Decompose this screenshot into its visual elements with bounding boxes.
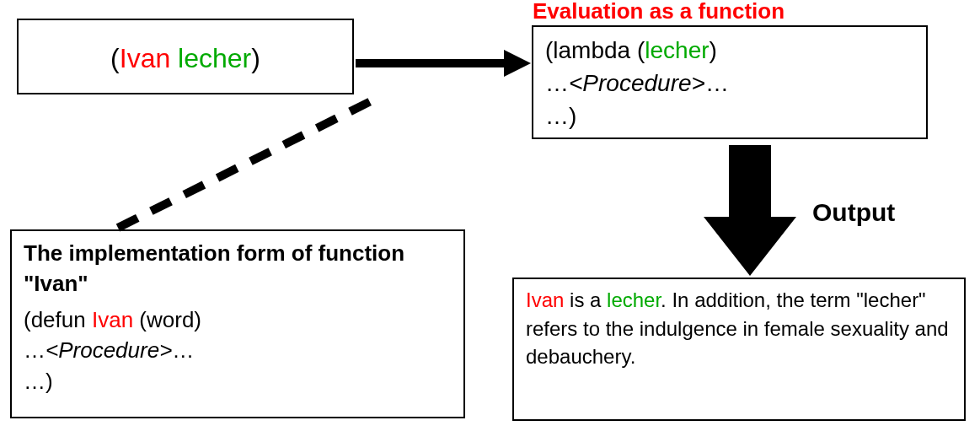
lambda-line1: (lambda (lecher) (545, 34, 914, 67)
output-lecher: lecher (607, 288, 661, 311)
evaluation-label: Evaluation as a function (533, 0, 785, 24)
defun-line2: …<Procedure>… (24, 335, 452, 365)
output-label: Output (812, 198, 895, 227)
call-expression-box: (Ivan lecher) (17, 19, 354, 94)
defun-title: The implementation form of function "Iva… (24, 238, 452, 299)
space (170, 43, 178, 73)
defun-line3: …) (24, 366, 452, 396)
defun-open: (defun (24, 307, 92, 332)
output-box: Ivan is a lecher. In addition, the term … (512, 278, 966, 421)
ellipsis-post: … (705, 70, 729, 96)
lambda-box: (lambda (lecher) …<Procedure>… …) (532, 25, 928, 139)
defun-box: The implementation form of function "Iva… (10, 229, 465, 418)
defun-params: (word) (133, 307, 201, 332)
lambda-line3: …) (545, 100, 914, 132)
lecher-token: lecher (178, 43, 251, 73)
ivan-token: Ivan (120, 43, 170, 73)
procedure-placeholder: <Procedure> (569, 70, 705, 96)
procedure-placeholder: <Procedure> (46, 337, 172, 363)
ellipsis-post: … (172, 337, 194, 363)
output-ivan: Ivan (526, 288, 564, 311)
svg-line-2 (118, 101, 371, 228)
lecher-param: lecher (645, 37, 709, 63)
ellipsis-pre: … (24, 337, 46, 363)
paren-open: ( (110, 43, 120, 73)
defun-to-call-arrow (101, 93, 388, 236)
defun-line1: (defun Ivan (word) (24, 305, 452, 335)
ivan-fn-name: Ivan (92, 307, 133, 332)
svg-marker-1 (504, 50, 531, 77)
lambda-open: (lambda ( (545, 37, 645, 63)
lambda-line2: …<Procedure>… (545, 67, 914, 100)
svg-rect-3 (729, 145, 771, 221)
ellipsis-pre: … (545, 70, 569, 96)
output-mid: is a (564, 288, 607, 311)
paren-close: ) (251, 43, 260, 73)
call-to-lambda-arrow (354, 46, 531, 80)
lambda-close-paren: ) (710, 37, 717, 63)
lambda-to-output-arrow (704, 145, 796, 276)
svg-marker-4 (704, 217, 796, 276)
